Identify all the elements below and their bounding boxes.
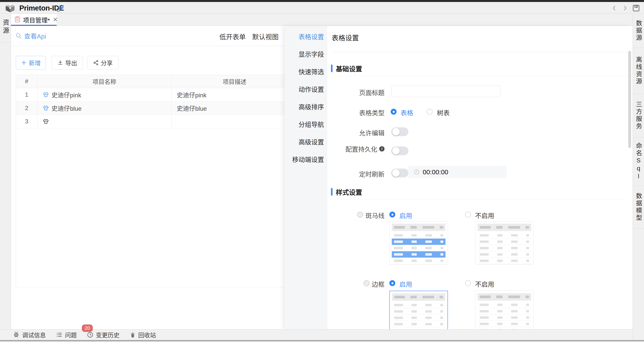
preview-bar (425, 253, 432, 256)
option-tree[interactable]: 树表 (437, 108, 450, 117)
preview-bar (511, 260, 518, 262)
preview-row (478, 239, 531, 245)
right-rail-data-model-tab[interactable]: 数据模型 (633, 186, 644, 229)
preview-bar (480, 304, 489, 306)
allow-edit-toggle[interactable] (391, 127, 408, 136)
border-disabled-option[interactable]: 不启用 (475, 279, 494, 289)
preview-bar (526, 253, 529, 256)
right-rail-thirdparty-services-tab[interactable]: 三方服务 (633, 94, 644, 137)
right-rail-datasource-tab[interactable]: 数据源 (633, 14, 644, 48)
preview-row (392, 239, 446, 245)
preview-bar (440, 247, 444, 249)
low-code-form-link[interactable]: 低开表单 (219, 31, 246, 41)
preview-bar (496, 226, 502, 229)
tab-bar: 项目管理* (11, 14, 632, 26)
menu-item-table-settings[interactable]: 表格设置 (285, 28, 327, 45)
right-rail-named-sql-tab[interactable]: 命名Sql (633, 137, 644, 186)
preview-row (478, 321, 531, 327)
row-desc-cell: 史迪仔pink (172, 88, 298, 101)
refresh-time-input[interactable]: 00:00:00 (408, 166, 507, 178)
preview-bar (412, 234, 417, 237)
zebra-on-preview[interactable] (389, 221, 448, 265)
preview-bar (480, 260, 489, 262)
table-row[interactable]: 3 (16, 115, 298, 128)
preview-bar (526, 316, 529, 319)
save-icon[interactable] (632, 4, 640, 13)
preview-row (478, 258, 531, 264)
preview-bar (412, 247, 417, 249)
tab-close-icon[interactable] (53, 17, 58, 23)
radio-border-on[interactable] (389, 280, 395, 286)
preview-bar (440, 260, 444, 262)
drawer-scrollbar-thumb[interactable] (628, 51, 631, 148)
border-on-preview[interactable] (389, 291, 448, 329)
default-view-link[interactable]: 默认视图 (252, 31, 278, 41)
preview-bar (412, 323, 417, 325)
export-button[interactable]: 导出 (52, 56, 83, 69)
zebra-disabled-option[interactable]: 不启用 (475, 211, 494, 220)
preview-row (478, 302, 531, 308)
preview-bar (440, 304, 443, 306)
preview-bar (425, 234, 432, 237)
preview-bar (412, 241, 417, 243)
zebra-enabled-option[interactable]: 启用 (400, 211, 412, 220)
preview-bar (394, 234, 403, 237)
add-button[interactable]: 新增 (16, 56, 46, 69)
radio-zebra-on[interactable] (389, 212, 395, 218)
right-rail-offline-resources-tab[interactable]: 离线资源 (633, 48, 644, 94)
clock-icon (414, 169, 420, 175)
preview-bar (425, 323, 432, 325)
nav-back-icon[interactable] (611, 5, 618, 12)
table-row[interactable]: 2 史迪仔blue 史迪仔blue (16, 101, 298, 115)
view-api-link[interactable]: 查看Api (15, 31, 46, 40)
border-enabled-option[interactable]: 启用 (400, 279, 412, 289)
radio-tree[interactable] (427, 109, 432, 115)
menu-item-display-fields[interactable]: 显示字段 (285, 45, 327, 63)
gear-icon[interactable] (357, 211, 364, 219)
preview-row (478, 251, 531, 258)
radio-zebra-off[interactable] (465, 212, 471, 218)
preview-bar (511, 234, 518, 237)
persistence-toggle[interactable] (391, 146, 408, 155)
radio-border-off[interactable] (465, 280, 471, 286)
list-icon (56, 332, 62, 338)
preview-bar (511, 323, 518, 325)
link-icon[interactable] (56, 4, 64, 13)
tab-project-management[interactable]: 项目管理* (11, 14, 56, 26)
page-title-label: 页面标题 (314, 88, 384, 97)
debug-info-item[interactable]: 调试信息 (13, 331, 46, 339)
problems-item[interactable]: 问题 20 (56, 331, 77, 339)
share-button[interactable]: 分享 (87, 56, 118, 69)
radio-table-selected[interactable] (391, 109, 396, 115)
option-table[interactable]: 表格 (400, 108, 413, 117)
zebra-off-preview[interactable] (475, 221, 534, 265)
info-icon[interactable]: i (379, 146, 384, 151)
row-index: 2 (16, 101, 38, 115)
left-rail-resources-tab[interactable]: 资源 (1, 19, 10, 35)
change-history-item[interactable]: 变更历史 (87, 331, 120, 339)
preview-row (478, 327, 531, 329)
tshirt-icon (43, 118, 49, 124)
timed-refresh-toggle[interactable] (391, 169, 408, 177)
left-rail: 资源 (0, 14, 11, 329)
preview-bar (480, 316, 489, 319)
preview-bar (511, 316, 518, 319)
page-title-input[interactable] (391, 85, 500, 97)
recycle-bin-item[interactable]: 回收站 (130, 331, 156, 339)
border-off-preview[interactable] (475, 291, 534, 329)
tab-document-icon (14, 16, 20, 24)
app-window: Primeton-IDE 资源 (0, 0, 644, 342)
titlebar: Primeton-IDE (0, 2, 644, 14)
preview-bar (440, 296, 443, 298)
preview-bar (425, 260, 432, 262)
nav-forward-icon[interactable] (622, 5, 628, 12)
table-row[interactable]: 1 史迪仔pink 史迪仔pink (16, 88, 298, 101)
preview-header-row (478, 224, 531, 231)
tab-label: 项目管理* (23, 15, 50, 24)
preview-bar (412, 260, 417, 262)
gear-icon[interactable] (363, 280, 370, 288)
right-rail: 数据源 离线资源 三方服务 命名Sql 数据模型 (632, 14, 644, 342)
preview-bar (497, 316, 503, 319)
row-desc-cell: 史迪仔blue (172, 101, 298, 115)
menu-item-quick-filter[interactable]: 快速筛选 (285, 63, 327, 80)
